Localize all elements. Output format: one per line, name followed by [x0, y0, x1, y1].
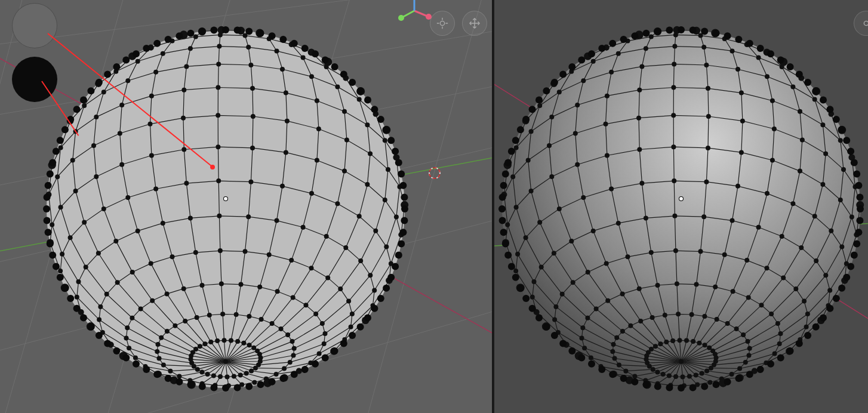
svg-point-526	[706, 146, 710, 150]
svg-point-647	[529, 305, 536, 312]
svg-point-435	[713, 285, 718, 289]
svg-point-482	[823, 273, 828, 278]
svg-point-258	[401, 205, 408, 212]
svg-point-340	[331, 63, 338, 70]
svg-point-573	[704, 63, 709, 67]
svg-point-637	[620, 375, 627, 382]
svg-point-599	[649, 34, 654, 39]
svg-point-589	[616, 51, 621, 56]
svg-point-223	[248, 63, 253, 67]
svg-point-610	[855, 229, 862, 236]
svg-point-110	[338, 286, 343, 291]
orbit-button[interactable]	[430, 11, 455, 36]
svg-point-48	[290, 339, 295, 344]
svg-point-409	[628, 323, 633, 328]
svg-point-506	[765, 191, 769, 196]
svg-point-107	[349, 325, 353, 329]
svg-point-190	[344, 138, 349, 143]
svg-point-413	[610, 349, 615, 354]
svg-point-425	[730, 372, 734, 377]
svg-point-153	[373, 229, 378, 233]
svg-point-12	[223, 359, 228, 364]
svg-point-464	[722, 252, 727, 257]
svg-point-575	[639, 64, 644, 69]
svg-point-430	[775, 321, 780, 326]
svg-point-510	[639, 181, 644, 186]
3d-cursor[interactable]	[429, 167, 441, 179]
svg-point-543	[706, 114, 711, 119]
svg-point-523	[798, 169, 802, 174]
svg-point-680	[678, 26, 685, 33]
svg-point-331	[234, 27, 241, 34]
svg-point-669	[559, 70, 567, 78]
svg-point-397	[747, 346, 752, 351]
svg-point-234	[301, 56, 306, 60]
svg-point-197	[118, 131, 122, 136]
svg-point-495	[539, 264, 544, 269]
svg-point-196	[148, 122, 153, 127]
svg-point-574	[672, 61, 676, 66]
svg-point-272	[331, 347, 338, 355]
svg-point-38	[218, 374, 223, 379]
svg-point-309	[47, 171, 54, 178]
svg-point-179	[149, 153, 154, 158]
svg-point-484	[799, 245, 804, 250]
svg-point-548	[547, 143, 552, 148]
svg-point-326	[176, 32, 183, 39]
svg-point-195	[181, 116, 186, 121]
svg-point-410	[620, 329, 625, 334]
svg-point-529	[605, 153, 610, 158]
svg-point-375	[664, 340, 669, 344]
svg-point-222	[280, 67, 285, 72]
svg-point-18	[251, 346, 256, 350]
svg-point-229	[82, 103, 87, 108]
svg-point-654	[500, 229, 507, 236]
svg-point-635	[643, 381, 650, 388]
svg-point-194	[216, 113, 220, 118]
axis-gizmo[interactable]	[396, 0, 432, 29]
svg-point-663	[517, 126, 524, 133]
uv-sphere-left[interactable]	[0, 0, 492, 413]
svg-point-228	[101, 90, 106, 94]
svg-point-374	[670, 338, 675, 343]
svg-point-219	[357, 97, 362, 102]
svg-point-269	[357, 323, 364, 331]
svg-point-395	[743, 360, 748, 365]
svg-point-108	[350, 312, 355, 316]
pan-button[interactable]	[462, 11, 487, 36]
svg-point-338	[312, 50, 319, 57]
svg-point-532	[529, 189, 534, 193]
svg-point-556	[770, 98, 775, 103]
svg-point-703	[856, 193, 863, 201]
svg-point-652	[504, 252, 512, 259]
svg-point-163	[101, 207, 106, 211]
svg-point-533	[514, 205, 519, 209]
svg-point-310	[49, 159, 56, 166]
svg-point-294	[96, 332, 103, 339]
svg-point-494	[552, 251, 556, 255]
svg-point-65	[161, 363, 166, 368]
svg-point-553	[838, 138, 843, 143]
svg-point-20	[241, 341, 246, 346]
svg-point-345	[371, 106, 378, 113]
svg-point-686	[746, 40, 753, 47]
svg-point-60	[165, 329, 170, 334]
svg-point-50	[279, 326, 284, 331]
svg-point-302	[49, 252, 56, 259]
svg-point-63	[155, 349, 159, 354]
svg-point-651	[508, 263, 515, 270]
svg-point-220	[335, 84, 340, 89]
uv-sphere-right[interactable]	[494, 0, 868, 413]
svg-point-393	[704, 369, 709, 374]
svg-point-539	[823, 151, 828, 156]
viewport-right[interactable]	[494, 0, 868, 413]
svg-point-24	[215, 338, 220, 343]
svg-point-632	[678, 384, 685, 392]
svg-point-34	[195, 367, 200, 372]
svg-point-85	[257, 285, 262, 289]
svg-point-290	[133, 360, 140, 368]
svg-point-634	[654, 383, 661, 390]
svg-point-40	[232, 374, 236, 379]
viewport-left[interactable]	[0, 0, 492, 413]
svg-point-47	[292, 346, 297, 351]
